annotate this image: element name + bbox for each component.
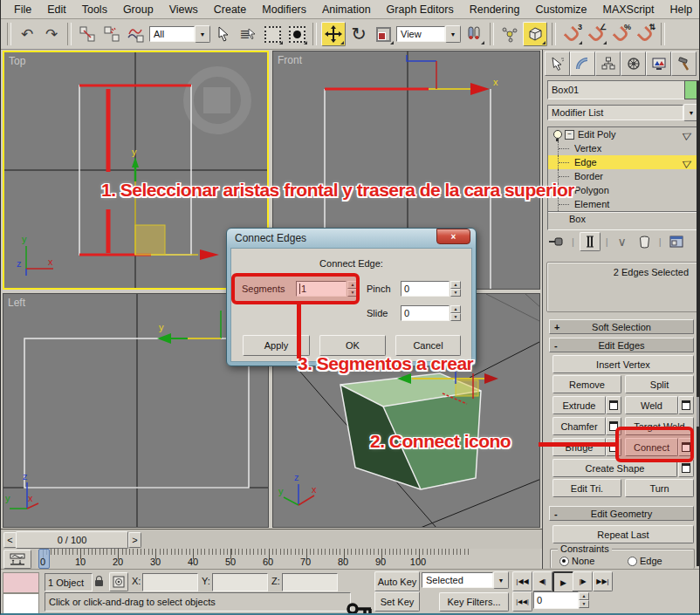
menu-modifiers[interactable]: Modifiers — [254, 1, 314, 18]
x-coord-field[interactable] — [142, 573, 198, 591]
configure-modifier-sets-icon[interactable] — [667, 236, 686, 248]
constraint-none-radio[interactable]: None — [559, 556, 594, 566]
select-and-link-icon[interactable] — [76, 23, 99, 45]
frame-spinner[interactable]: ▲▼ — [579, 592, 589, 608]
redo-button[interactable]: ↷ — [40, 23, 63, 45]
make-unique-icon[interactable]: ∨ — [614, 235, 631, 249]
dropdown-arrow-icon[interactable]: ▼ — [493, 571, 509, 589]
select-by-name-button[interactable]: ≣ — [237, 23, 259, 45]
tree-expand-icon[interactable]: − — [565, 130, 574, 140]
set-key-button[interactable]: Set Key — [374, 591, 420, 612]
weld-settings-button[interactable] — [678, 396, 694, 414]
select-and-manipulate-button[interactable] — [498, 23, 521, 45]
spinner-snap-toggle-icon[interactable]: ⇅ — [634, 23, 656, 45]
previous-frame-button[interactable]: ◀| — [532, 571, 552, 591]
snaps-toggle-button[interactable] — [523, 22, 547, 46]
go-to-end-button[interactable]: ▶▶| — [593, 571, 613, 591]
tab-utilities[interactable] — [671, 51, 697, 76]
extrude-button[interactable]: Extrude — [552, 396, 606, 414]
dropdown-arrow-icon[interactable]: ▼ — [195, 25, 210, 43]
menu-create[interactable]: Create — [206, 1, 255, 18]
snap-3d-icon[interactable]: 3 — [560, 23, 583, 45]
bridge-button[interactable]: Bridge — [552, 438, 606, 456]
maxscript-mini-listener-pink[interactable] — [3, 572, 39, 593]
rollout-edit-edges[interactable]: -Edit Edges — [549, 338, 694, 352]
z-coord-field[interactable] — [282, 573, 338, 591]
menu-rendering[interactable]: Rendering — [462, 1, 528, 18]
tab-modify[interactable] — [570, 51, 595, 76]
menu-tools[interactable]: Tools — [74, 1, 115, 18]
chamfer-button[interactable]: Chamfer — [552, 417, 606, 435]
menu-views[interactable]: Views — [161, 1, 206, 18]
extrude-settings-button[interactable] — [606, 396, 621, 414]
repeat-last-button[interactable]: Repeat Last — [552, 525, 694, 543]
next-frame-button[interactable]: |▶ — [573, 571, 593, 591]
stack-row-edge-active[interactable]: Edge ▷ — [548, 155, 697, 169]
absolute-mode-transform-icon[interactable] — [109, 572, 128, 591]
track-bar-ruler[interactable]: 0 10 20 30 40 50 60 70 80 90 100 — [36, 549, 540, 569]
time-slider-right-arrow[interactable]: > — [128, 532, 141, 548]
select-object-button[interactable] — [212, 23, 235, 45]
selection-filter-dropdown[interactable]: All ▼ — [149, 25, 210, 43]
bind-to-space-warp-icon[interactable] — [125, 23, 148, 45]
select-and-scale-button[interactable] — [372, 23, 395, 45]
turn-button[interactable]: Turn — [625, 479, 694, 497]
edit-tri-button[interactable]: Edit Tri. — [552, 479, 621, 497]
bulb-icon[interactable] — [553, 130, 562, 139]
weld-button[interactable]: Weld — [625, 396, 678, 414]
selection-set-dropdown[interactable]: Selected ▼ — [422, 571, 509, 589]
slide-field[interactable]: 0 — [401, 305, 450, 321]
dropdown-arrow-icon[interactable]: ▼ — [445, 25, 461, 43]
show-end-result-icon[interactable] — [580, 232, 600, 251]
pinch-field[interactable]: 0 — [401, 281, 450, 297]
time-slider-left-arrow[interactable]: < — [3, 532, 17, 548]
current-frame-field[interactable]: 0 — [533, 591, 579, 609]
panel-scrollbar-thumb[interactable] — [697, 397, 700, 427]
stack-row-vertex[interactable]: Vertex — [548, 141, 697, 155]
window-crossing-toggle[interactable] — [285, 23, 308, 45]
rectangular-selection-region-button[interactable] — [261, 23, 284, 45]
use-pivot-point-center-button[interactable] — [463, 23, 485, 45]
angle-snap-toggle-icon[interactable]: ∠ — [585, 23, 607, 45]
slide-spinner[interactable]: ▲▼ — [450, 305, 461, 321]
close-icon[interactable]: × — [436, 229, 470, 244]
stack-row-box-base[interactable]: Box — [548, 212, 697, 226]
play-button[interactable]: ▶ — [552, 571, 574, 593]
unlink-selection-icon[interactable] — [100, 23, 123, 45]
tab-motion[interactable] — [621, 51, 646, 76]
selection-lock-icon[interactable] — [92, 572, 106, 590]
tab-display[interactable] — [646, 51, 671, 76]
pin-stack-icon[interactable] — [547, 236, 566, 248]
split-button[interactable]: Split — [625, 375, 694, 393]
constraint-edge-radio[interactable]: Edge — [628, 556, 662, 566]
remove-button[interactable]: Remove — [552, 375, 621, 393]
rollout-soft-selection[interactable]: +Soft Selection — [549, 319, 694, 334]
menu-maxscript[interactable]: MAXScript — [594, 1, 662, 18]
maxscript-mini-listener-white[interactable] — [3, 593, 39, 614]
open-mini-curve-editor-button[interactable] — [3, 550, 31, 569]
y-coord-field[interactable] — [212, 573, 268, 591]
menu-customize[interactable]: Customize — [527, 1, 594, 18]
go-to-start-button[interactable]: |◀◀ — [512, 571, 532, 591]
remove-modifier-icon[interactable] — [636, 236, 654, 249]
select-and-move-button[interactable] — [321, 22, 346, 46]
menu-graph-editors[interactable]: Graph Editors — [379, 1, 462, 18]
stack-row-edit-poly[interactable]: − Edit Poly ▷ — [548, 127, 697, 141]
reference-coordinate-system-dropdown[interactable]: View ▼ — [396, 25, 461, 43]
tab-create[interactable] — [545, 51, 570, 76]
insert-vertex-button[interactable]: Insert Vertex — [552, 355, 694, 373]
menu-edit[interactable]: Edit — [39, 1, 74, 18]
auto-key-button[interactable]: Auto Key — [374, 571, 420, 591]
pinch-spinner[interactable]: ▲▼ — [450, 281, 461, 297]
menu-group[interactable]: Group — [115, 1, 161, 18]
time-slider-thumb[interactable]: 0 / 100 — [16, 531, 128, 549]
modifier-list-dropdown[interactable]: Modifier List ▼ — [547, 104, 699, 121]
rollout-edit-geometry[interactable]: -Edit Geometry — [549, 506, 694, 521]
tab-hierarchy[interactable] — [595, 51, 621, 76]
undo-button[interactable]: ↶ — [16, 23, 38, 45]
percent-snap-toggle-icon[interactable]: % — [609, 23, 632, 45]
object-name-field[interactable]: Box01 — [547, 80, 686, 99]
select-and-rotate-button[interactable]: ↻ — [347, 23, 370, 45]
key-mode-toggle-button[interactable]: |◀◀| — [512, 591, 532, 612]
menu-animation[interactable]: Animation — [314, 1, 379, 18]
